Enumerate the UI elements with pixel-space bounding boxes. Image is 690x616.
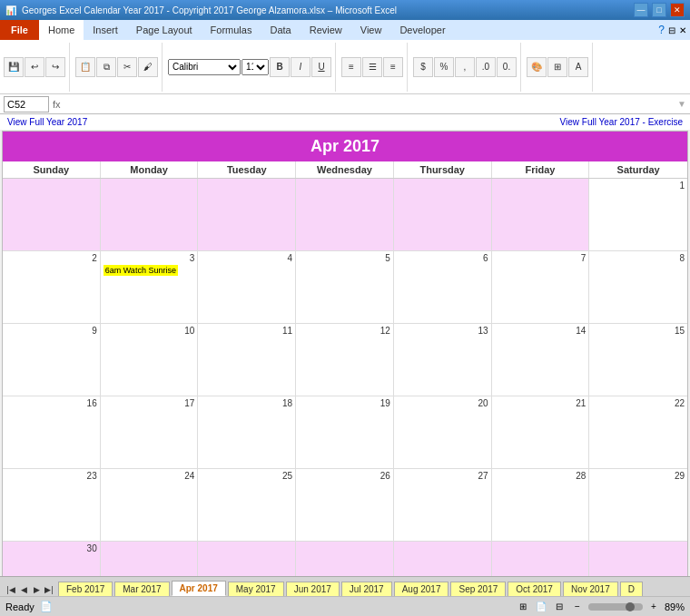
minimize-ribbon-icon[interactable]: ⊟ bbox=[668, 25, 675, 35]
calendar-cell-last6[interactable] bbox=[492, 542, 590, 576]
calendar-cell-apr1[interactable]: 1 bbox=[589, 179, 687, 251]
calendar-cell-apr11[interactable]: 11 bbox=[198, 324, 296, 396]
calendar-cell-apr4[interactable]: 4 bbox=[198, 251, 296, 324]
minimize-button[interactable]: — bbox=[634, 3, 648, 17]
tab-developer[interactable]: Developer bbox=[390, 20, 454, 40]
window-controls[interactable]: — □ ✕ bbox=[634, 3, 685, 17]
percent-button[interactable]: % bbox=[434, 57, 454, 77]
sheet-tab-feb-2017[interactable]: Feb 2017 bbox=[58, 582, 113, 596]
page-view-icon[interactable]: 📄 bbox=[40, 601, 53, 612]
font-family-select[interactable]: Calibri bbox=[168, 59, 241, 75]
calendar-cell-apr2[interactable]: 2 bbox=[3, 251, 101, 324]
calendar-cell-apr18[interactable]: 18 bbox=[198, 396, 296, 469]
calendar-cell-apr24[interactable]: 24 bbox=[101, 469, 199, 542]
calendar-cell-apr16[interactable]: 16 bbox=[3, 396, 101, 469]
view-page-break-icon[interactable]: ⊟ bbox=[552, 600, 567, 614]
sheet-tab-sep-2017[interactable]: Sep 2017 bbox=[450, 582, 506, 596]
tab-next-button[interactable]: ▶ bbox=[30, 583, 43, 596]
view-full-year-exercise-link[interactable]: View Full Year 2017 - Exercise bbox=[560, 117, 683, 127]
cell-reference-input[interactable]: C52 bbox=[4, 96, 49, 112]
calendar-cell-apr7[interactable]: 7 bbox=[492, 251, 590, 324]
copy-button[interactable]: ⧉ bbox=[96, 57, 116, 77]
tab-page-layout[interactable]: Page Layout bbox=[127, 20, 202, 40]
calendar-cell-apr26[interactable]: 26 bbox=[296, 469, 394, 542]
tab-prev-button[interactable]: ◀ bbox=[17, 583, 30, 596]
calendar-cell-apr30[interactable]: 30 bbox=[3, 542, 101, 576]
calendar-cell-apr23[interactable]: 23 bbox=[3, 469, 101, 542]
calendar-cell-w1d6[interactable] bbox=[492, 179, 590, 251]
close-button[interactable]: ✕ bbox=[670, 3, 685, 17]
calendar-cell-apr27[interactable]: 27 bbox=[394, 469, 492, 542]
calendar-cell-w1d2[interactable] bbox=[101, 179, 199, 251]
calendar-cell-apr17[interactable]: 17 bbox=[101, 396, 199, 469]
bold-button[interactable]: B bbox=[270, 57, 290, 77]
tab-last-button[interactable]: ▶| bbox=[43, 583, 55, 596]
calendar-cell-w1d1[interactable] bbox=[3, 179, 101, 251]
calendar-cell-apr9[interactable]: 9 bbox=[3, 324, 101, 396]
increase-decimal-button[interactable]: .0 bbox=[476, 57, 496, 77]
sheet-tab-apr-2017[interactable]: Apr 2017 bbox=[172, 581, 226, 596]
calendar-cell-last2[interactable] bbox=[101, 542, 199, 576]
view-full-year-link[interactable]: View Full Year 2017 bbox=[7, 117, 87, 127]
font-size-select[interactable]: 11 bbox=[242, 59, 269, 75]
calendar-cell-w1d5[interactable] bbox=[394, 179, 492, 251]
tab-first-button[interactable]: |◀ bbox=[5, 583, 17, 596]
currency-button[interactable]: $ bbox=[413, 57, 433, 77]
calendar-cell-w1d4[interactable] bbox=[296, 179, 394, 251]
calendar-cell-apr3[interactable]: 3 6am Watch Sunrise bbox=[101, 251, 199, 324]
sheet-tab-d[interactable]: D bbox=[620, 582, 643, 596]
calendar-cell-apr13[interactable]: 13 bbox=[394, 324, 492, 396]
underline-button[interactable]: U bbox=[311, 57, 331, 77]
calendar-cell-apr10[interactable]: 10 bbox=[101, 324, 199, 396]
align-left-button[interactable]: ≡ bbox=[341, 57, 361, 77]
zoom-in-button[interactable]: + bbox=[646, 600, 661, 614]
calendar-cell-apr14[interactable]: 14 bbox=[492, 324, 590, 396]
sheet-tab-jul-2017[interactable]: Jul 2017 bbox=[341, 582, 392, 596]
align-center-button[interactable]: ☰ bbox=[362, 57, 382, 77]
cell-styles-button[interactable]: A bbox=[568, 57, 588, 77]
calendar-cell-apr8[interactable]: 8 bbox=[589, 251, 687, 324]
tab-insert[interactable]: Insert bbox=[84, 20, 127, 40]
calendar-cell-apr19[interactable]: 19 bbox=[296, 396, 394, 469]
format-table-button[interactable]: ⊞ bbox=[547, 57, 567, 77]
cut-button[interactable]: ✂ bbox=[117, 57, 137, 77]
comma-button[interactable]: , bbox=[455, 57, 475, 77]
calendar-cell-apr21[interactable]: 21 bbox=[492, 396, 590, 469]
tab-review[interactable]: Review bbox=[301, 20, 351, 40]
redo-button[interactable]: ↪ bbox=[45, 57, 65, 77]
tab-home[interactable]: Home bbox=[39, 20, 84, 40]
calendar-cell-apr22[interactable]: 22 bbox=[589, 396, 687, 469]
view-normal-icon[interactable]: ⊞ bbox=[516, 600, 530, 614]
tab-file[interactable]: File bbox=[0, 20, 39, 40]
help-icon[interactable]: ? bbox=[658, 24, 665, 36]
maximize-button[interactable]: □ bbox=[652, 3, 666, 17]
italic-button[interactable]: I bbox=[291, 57, 310, 77]
calendar-cell-apr12[interactable]: 12 bbox=[296, 324, 394, 396]
zoom-slider[interactable] bbox=[588, 603, 643, 611]
conditional-format-button[interactable]: 🎨 bbox=[527, 57, 547, 77]
decrease-decimal-button[interactable]: 0. bbox=[497, 57, 517, 77]
calendar-cell-last4[interactable] bbox=[296, 542, 394, 576]
tab-view[interactable]: View bbox=[351, 20, 391, 40]
sheet-tab-may-2017[interactable]: May 2017 bbox=[228, 582, 284, 596]
sheet-tab-oct-2017[interactable]: Oct 2017 bbox=[508, 582, 561, 596]
calendar-cell-apr15[interactable]: 15 bbox=[589, 324, 687, 396]
sheet-tab-aug-2017[interactable]: Aug 2017 bbox=[394, 582, 449, 596]
formula-input[interactable] bbox=[64, 96, 675, 112]
format-painter-button[interactable]: 🖌 bbox=[138, 57, 158, 77]
sheet-tab-nov-2017[interactable]: Nov 2017 bbox=[563, 582, 618, 596]
calendar-cell-apr5[interactable]: 5 bbox=[296, 251, 394, 324]
calendar-cell-apr6[interactable]: 6 bbox=[394, 251, 492, 324]
align-right-button[interactable]: ≡ bbox=[383, 57, 403, 77]
zoom-out-button[interactable]: − bbox=[570, 600, 585, 614]
tab-data[interactable]: Data bbox=[261, 20, 300, 40]
calendar-cell-last5[interactable] bbox=[394, 542, 492, 576]
view-page-layout-icon[interactable]: 📄 bbox=[534, 600, 548, 614]
calendar-cell-apr20[interactable]: 20 bbox=[394, 396, 492, 469]
close-ribbon-icon[interactable]: ✕ bbox=[679, 25, 686, 35]
calendar-cell-apr29[interactable]: 29 bbox=[589, 469, 687, 542]
calendar-cell-last7[interactable] bbox=[589, 542, 687, 576]
calendar-cell-apr25[interactable]: 25 bbox=[198, 469, 296, 542]
save-button[interactable]: 💾 bbox=[4, 57, 24, 77]
sheet-tab-mar-2017[interactable]: Mar 2017 bbox=[114, 582, 169, 596]
